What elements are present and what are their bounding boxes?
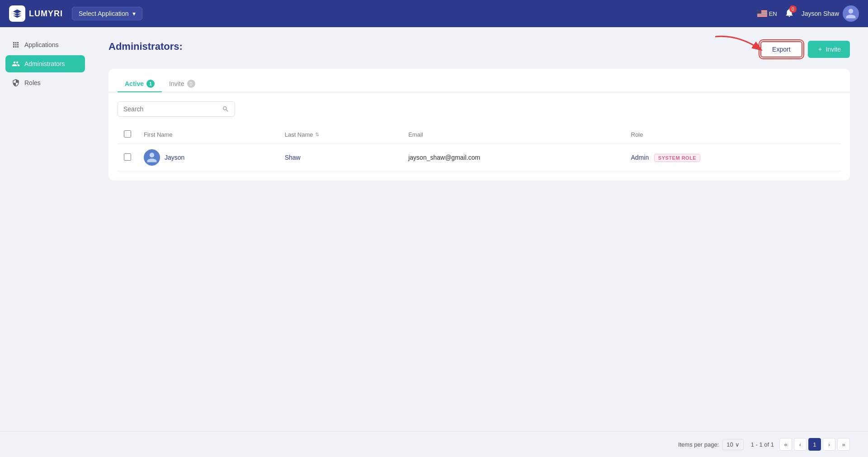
sidebar-item-administrators[interactable]: Administrators <box>5 55 85 72</box>
sidebar-item-applications[interactable]: Applications <box>5 36 85 53</box>
row-avatar-icon <box>146 152 158 163</box>
items-per-page: Items per page: 10 ∨ <box>678 439 744 450</box>
row-avatar <box>144 149 160 166</box>
roles-icon <box>12 79 20 87</box>
select-application-button[interactable]: Select Application ▾ <box>72 7 142 20</box>
user-profile[interactable]: Jayson Shaw <box>802 5 859 22</box>
invite-label: Invite <box>826 46 841 53</box>
red-arrow-annotation <box>711 32 765 59</box>
col-header-last-name[interactable]: Last Name ⇅ <box>278 126 402 144</box>
sidebar-item-roles[interactable]: Roles <box>5 74 85 91</box>
layout: Applications Administrators Roles Admini… <box>0 27 868 457</box>
sort-icon: ⇅ <box>315 132 319 138</box>
col-header-role: Role <box>625 126 841 144</box>
search-icon <box>222 105 229 113</box>
header-right: EN 0 Jayson Shaw <box>757 5 859 22</box>
logo-text: LUMYRI <box>29 9 63 19</box>
sidebar-item-administrators-label: Administrators <box>24 60 65 67</box>
next-page-button[interactable]: › <box>823 438 835 451</box>
system-role-badge: SYSTEM ROLE <box>654 154 700 162</box>
sidebar-item-roles-label: Roles <box>24 79 41 86</box>
user-avatar <box>843 5 859 22</box>
logo: LUMYRI <box>9 5 63 22</box>
export-button-wrapper: Export <box>760 41 802 57</box>
role-value: Admin <box>631 154 649 161</box>
content-card: Active 1 Invite 0 <box>108 69 850 181</box>
page-1-button[interactable]: 1 <box>808 438 821 451</box>
chevron-down-icon: ▾ <box>132 10 136 17</box>
us-flag-svg <box>757 10 767 17</box>
page-info: 1 - 1 of 1 <box>751 441 774 448</box>
row-checkbox[interactable] <box>124 153 131 161</box>
items-per-page-label: Items per page: <box>678 441 719 448</box>
administrators-table: First Name Last Name ⇅ Email <box>118 126 841 171</box>
user-avatar-icon <box>845 8 857 19</box>
col-header-email: Email <box>402 126 624 144</box>
applications-icon <box>12 41 20 49</box>
first-page-button[interactable]: « <box>779 438 792 451</box>
header-actions: Export ＋ Invite <box>760 41 850 58</box>
main-content: Administrators: Export ＋ <box>90 27 868 457</box>
tab-invite-badge: 0 <box>187 80 195 88</box>
table-row: Jayson Shaw jayson_shaw@gmail.com Admin … <box>118 144 841 171</box>
notifications-button[interactable]: 0 <box>784 8 794 19</box>
email: jayson_shaw@gmail.com <box>402 144 624 171</box>
search-input[interactable] <box>123 105 218 113</box>
tab-invite-label: Invite <box>169 80 184 87</box>
administrators-icon <box>12 60 20 68</box>
svg-rect-4 <box>757 14 767 14</box>
flag-icon <box>757 10 767 17</box>
user-cell: Jayson <box>144 149 272 166</box>
export-button[interactable]: Export <box>760 41 802 57</box>
lang-label: EN <box>769 10 777 17</box>
invite-button[interactable]: ＋ Invite <box>808 41 850 58</box>
svg-rect-5 <box>757 15 767 15</box>
last-page-button[interactable]: » <box>837 438 850 451</box>
tab-invite[interactable]: Invite 0 <box>162 76 202 92</box>
language-selector[interactable]: EN <box>757 10 777 17</box>
notification-badge: 0 <box>789 5 797 13</box>
svg-rect-6 <box>757 16 767 17</box>
header: LUMYRI Select Application ▾ EN <box>0 0 868 27</box>
footer: Items per page: 10 ∨ 1 - 1 of 1 « ‹ 1 › … <box>0 431 868 457</box>
per-page-select[interactable]: 10 ∨ <box>722 439 743 450</box>
page-title: Administrators: <box>108 41 183 52</box>
select-all-checkbox[interactable] <box>124 130 131 138</box>
logo-icon <box>9 5 25 22</box>
user-name: Jayson Shaw <box>802 10 839 17</box>
svg-rect-7 <box>757 10 761 14</box>
tab-active-label: Active <box>125 80 144 87</box>
logo-svg <box>12 9 22 19</box>
table-area: First Name Last Name ⇅ Email <box>108 92 850 181</box>
last-name: Shaw <box>278 144 402 171</box>
per-page-value: 10 <box>726 441 733 448</box>
page-header: Administrators: Export ＋ <box>108 41 850 58</box>
pagination: 1 - 1 of 1 « ‹ 1 › » <box>751 438 850 451</box>
tab-active-badge: 1 <box>146 80 155 88</box>
header-left: LUMYRI Select Application ▾ <box>9 5 142 22</box>
prev-page-button[interactable]: ‹ <box>794 438 807 451</box>
tabs: Active 1 Invite 0 <box>108 69 850 92</box>
tab-active[interactable]: Active 1 <box>118 76 162 92</box>
col-header-first-name: First Name <box>137 126 278 144</box>
first-name: Jayson <box>165 154 184 161</box>
chevron-down-icon: ∨ <box>735 441 740 448</box>
sidebar-item-applications-label: Applications <box>24 41 59 48</box>
select-application-label: Select Application <box>79 10 129 17</box>
invite-plus-icon: ＋ <box>817 45 823 53</box>
sidebar: Applications Administrators Roles <box>0 27 90 457</box>
search-bar[interactable] <box>118 101 235 117</box>
